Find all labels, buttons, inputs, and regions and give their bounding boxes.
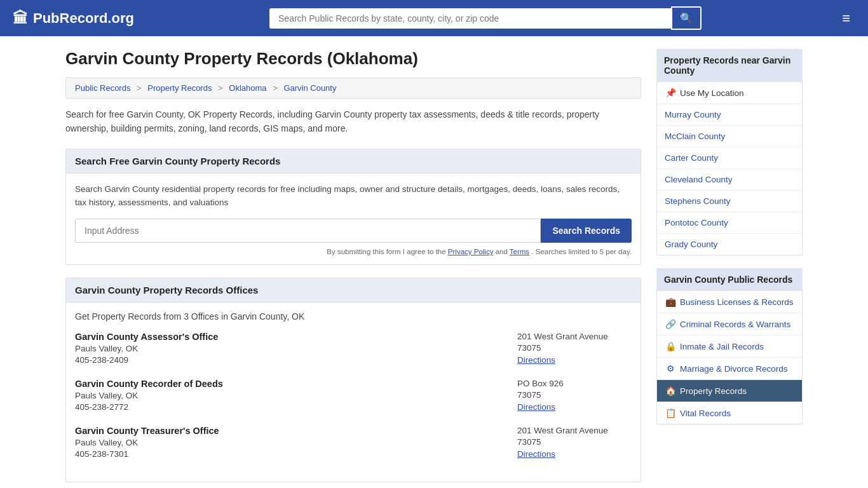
directions-link[interactable]: Directions: [517, 402, 555, 412]
office-address: PO Box 926: [517, 379, 632, 388]
house-icon: 🏠: [665, 386, 676, 396]
sidebar-item-murray-county[interactable]: Murray County: [657, 104, 802, 126]
content-area: Garvin County Property Records (Oklahoma…: [65, 49, 641, 488]
property-records-label: Property Records: [680, 386, 747, 396]
location-icon: 📌: [665, 88, 676, 98]
search-section: Search Free Garvin County Property Recor…: [65, 149, 641, 265]
disclaimer-limit: . Searches limited to 5 per day.: [531, 248, 632, 255]
sidebar-item-mcclain-county[interactable]: McClain County: [657, 126, 802, 147]
public-records-section: Garvin County Public Records 💼 Business …: [656, 268, 803, 424]
sidebar-item-inmate-records[interactable]: 🔒 Inmate & Jail Records: [657, 336, 802, 358]
search-icon: 🔍: [680, 13, 693, 24]
office-phone: 405-238-2409: [75, 355, 505, 365]
disclaimer-and: and: [496, 248, 510, 255]
use-location-label: Use My Location: [680, 88, 744, 98]
breadcrumb-sep2: >: [218, 83, 223, 93]
nearby-counties-section: Property Records near Garvin County 📌 Us…: [656, 49, 803, 255]
sidebar-item-pontotoc-county[interactable]: Pontotoc County: [657, 212, 802, 234]
directions-link[interactable]: Directions: [517, 449, 555, 459]
header-search-button[interactable]: 🔍: [671, 6, 702, 30]
office-left: Garvin County Assessor's Office Pauls Va…: [75, 332, 505, 365]
sidebar-item-property-records[interactable]: 🏠 Property Records: [657, 380, 802, 402]
sidebar-item-criminal-records[interactable]: 🔗 Criminal Records & Warrants: [657, 313, 802, 336]
header-search-area: 🔍: [269, 6, 702, 30]
breadcrumb-oklahoma[interactable]: Oklahoma: [229, 83, 266, 93]
breadcrumb-sep3: >: [273, 83, 278, 93]
mcclain-county-label: McClain County: [665, 132, 725, 141]
disclaimer-text: By submitting this form I agree to the: [327, 248, 447, 255]
murray-county-label: Murray County: [665, 110, 721, 119]
page-title: Garvin County Property Records (Oklahoma…: [65, 49, 641, 69]
use-my-location-item[interactable]: 📌 Use My Location: [657, 82, 802, 104]
nearby-header: Property Records near Garvin County: [656, 49, 803, 82]
hamburger-menu-button[interactable]: ≡: [837, 8, 855, 29]
search-form: Search Records: [75, 219, 632, 243]
site-logo[interactable]: 🏛 PubRecord.org: [13, 10, 134, 27]
office-zip: 73075: [517, 390, 632, 400]
directions-link[interactable]: Directions: [517, 355, 555, 365]
search-section-header: Search Free Garvin County Property Recor…: [66, 149, 641, 173]
public-records-body: 💼 Business Licenses & Records 🔗 Criminal…: [656, 291, 803, 424]
offices-description: Get Property Records from 3 Offices in G…: [75, 311, 632, 322]
office-zip: 73075: [517, 437, 632, 447]
office-entry: Garvin County Assessor's Office Pauls Va…: [75, 332, 632, 365]
sidebar-item-carter-county[interactable]: Carter County: [657, 147, 802, 169]
office-left: Garvin County Treasurer's Office Pauls V…: [75, 426, 505, 459]
pontotoc-county-label: Pontotoc County: [665, 218, 728, 227]
header-search-input[interactable]: [269, 8, 671, 29]
breadcrumb-sep1: >: [137, 83, 142, 93]
site-header: 🏛 PubRecord.org 🔍 ≡: [0, 0, 868, 36]
office-entry: Garvin County Treasurer's Office Pauls V…: [75, 426, 632, 459]
privacy-policy-link[interactable]: Privacy Policy: [448, 248, 494, 255]
marriage-records-label: Marriage & Divorce Records: [680, 364, 788, 374]
breadcrumb-garvin-county[interactable]: Garvin County: [283, 83, 336, 93]
form-disclaimer: By submitting this form I agree to the P…: [75, 248, 632, 255]
business-licenses-label: Business Licenses & Records: [680, 297, 794, 307]
office-phone: 405-238-2772: [75, 402, 505, 412]
main-container: Garvin County Property Records (Oklahoma…: [53, 36, 815, 488]
nearby-body: 📌 Use My Location Murray County McClain …: [656, 82, 803, 255]
office-right: 201 West Grant Avenue 73075 Directions: [505, 426, 632, 459]
stephens-county-label: Stephens County: [665, 196, 731, 206]
breadcrumb: Public Records > Property Records > Okla…: [65, 78, 641, 98]
address-search-input[interactable]: [75, 219, 541, 243]
office-zip: 73075: [517, 343, 632, 353]
briefcase-icon: 💼: [665, 297, 676, 307]
inmate-records-label: Inmate & Jail Records: [680, 342, 764, 351]
sidebar-item-cleveland-county[interactable]: Cleveland County: [657, 169, 802, 191]
carter-county-label: Carter County: [665, 153, 718, 163]
terms-link[interactable]: Terms: [510, 248, 529, 255]
logo-icon: 🏛: [13, 10, 28, 27]
office-right: PO Box 926 73075 Directions: [505, 379, 632, 412]
breadcrumb-property-records[interactable]: Property Records: [147, 83, 212, 93]
grady-county-label: Grady County: [665, 240, 717, 249]
link-icon: 🔗: [665, 319, 676, 329]
vital-records-label: Vital Records: [680, 409, 731, 418]
sidebar-item-stephens-county[interactable]: Stephens County: [657, 191, 802, 212]
sidebar-item-marriage-records[interactable]: ⚙ Marriage & Divorce Records: [657, 358, 802, 380]
breadcrumb-public-records[interactable]: Public Records: [75, 83, 130, 93]
search-section-description: Search Garvin County residential propert…: [75, 182, 632, 210]
office-name: Garvin County Assessor's Office: [75, 332, 505, 342]
offices-section-header: Garvin County Property Records Offices: [66, 278, 641, 302]
office-entry: Garvin County Recorder of Deeds Pauls Va…: [75, 379, 632, 412]
rings-icon: ⚙: [665, 363, 676, 374]
office-right: 201 West Grant Avenue 73075 Directions: [505, 332, 632, 365]
page-description: Search for free Garvin County, OK Proper…: [65, 107, 641, 136]
office-address: 201 West Grant Avenue: [517, 426, 632, 435]
office-left: Garvin County Recorder of Deeds Pauls Va…: [75, 379, 505, 412]
search-records-button[interactable]: Search Records: [541, 219, 632, 243]
office-city: Pauls Valley, OK: [75, 344, 505, 353]
menu-icon: ≡: [842, 10, 850, 26]
sidebar-item-business-licenses[interactable]: 💼 Business Licenses & Records: [657, 291, 802, 313]
office-city: Pauls Valley, OK: [75, 438, 505, 447]
document-icon: 📋: [665, 408, 676, 418]
criminal-records-label: Criminal Records & Warrants: [680, 320, 790, 329]
lock-icon: 🔒: [665, 341, 676, 351]
sidebar-item-vital-records[interactable]: 📋 Vital Records: [657, 402, 802, 424]
public-records-header: Garvin County Public Records: [656, 268, 803, 291]
office-name: Garvin County Treasurer's Office: [75, 426, 505, 436]
sidebar-item-grady-county[interactable]: Grady County: [657, 234, 802, 255]
office-address: 201 West Grant Avenue: [517, 332, 632, 341]
offices-section: Garvin County Property Records Offices G…: [65, 278, 641, 482]
